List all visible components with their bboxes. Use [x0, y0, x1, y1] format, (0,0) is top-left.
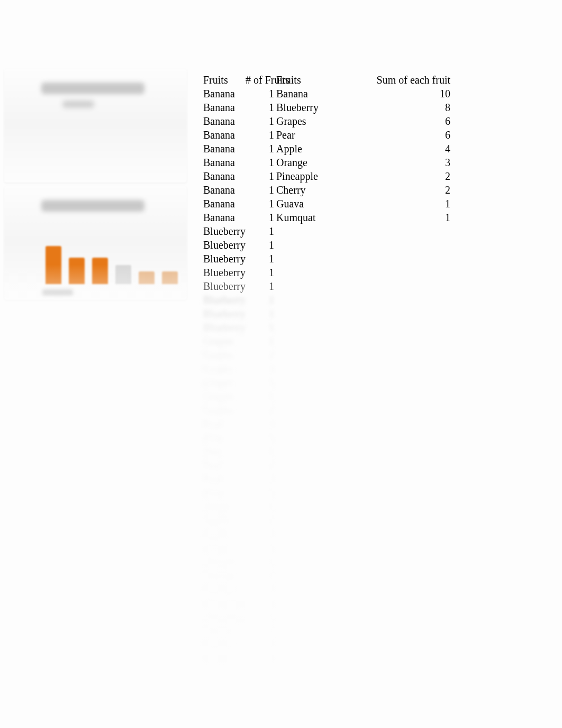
table-row-count: 1: [246, 211, 276, 224]
table-row-fruit: Blueberry: [203, 252, 246, 266]
table-row-count: 1: [246, 499, 276, 513]
table-row-count: 1: [246, 486, 276, 499]
table-row-fruit: Grapes: [203, 334, 246, 348]
table-row-count: 1: [246, 472, 276, 486]
table-row-fruit: Cherry: [203, 623, 246, 637]
table-row-count: 1: [246, 114, 276, 128]
summary-row-fruit: Grapes: [276, 114, 345, 128]
table-row-fruit: Grapes: [203, 348, 246, 362]
table-row-fruit: Banana: [203, 156, 246, 169]
table-row-fruit: Orange: [203, 554, 246, 568]
table-row-fruit: Apple: [203, 513, 246, 527]
table-row-fruit: Grapes: [203, 362, 246, 376]
table-row-count: 1: [246, 582, 276, 596]
summary-row-sum: 2: [345, 183, 454, 197]
table-row-fruit: Pear: [203, 444, 246, 458]
table-row-count: 1: [246, 197, 276, 211]
table-row-count: 1: [246, 142, 276, 156]
table-row-fruit: Blueberry: [203, 224, 246, 238]
table-row-fruit: Grapes: [203, 403, 246, 417]
table-row-fruit: Banana: [203, 142, 246, 156]
table-row-count: 1: [246, 389, 276, 403]
table-row-count: 1: [246, 417, 276, 431]
table-row-fruit: Banana: [203, 183, 246, 197]
table-row-count: 1: [246, 623, 276, 637]
summary-row-fruit: Kumquat: [276, 211, 345, 224]
table-row-count: 1: [246, 128, 276, 142]
summary-row-fruit: Cherry: [276, 183, 345, 197]
table-row-count: 1: [246, 637, 276, 651]
header-sum: Sum of each fruit: [345, 73, 454, 87]
table-row-count: 1: [246, 169, 276, 183]
table-row-fruit: Blueberry: [203, 238, 246, 252]
table-row-fruit: Banana: [203, 87, 246, 101]
header-count: # of Fruits: [246, 73, 276, 87]
summary-row-sum: 1: [345, 197, 454, 211]
summary-row-fruit: Pineapple: [276, 169, 345, 183]
table-row-fruit: Banana: [203, 114, 246, 128]
table-row-fruit: Blueberry: [203, 293, 246, 307]
summary-row-sum: 6: [345, 128, 454, 142]
summary-row-fruit: Pear: [276, 128, 345, 142]
table-row-count: 1: [246, 609, 276, 623]
table-row-fruit: Banana: [203, 197, 246, 211]
table-row-count: 1: [246, 307, 276, 321]
summary-row-fruit: Banana: [276, 87, 345, 101]
table-row-count: 1: [246, 651, 276, 665]
table-row-fruit: Apple: [203, 499, 246, 513]
table-row-fruit: Blueberry: [203, 321, 246, 334]
table-row-count: 1: [246, 87, 276, 101]
table-row-fruit: Guava: [203, 651, 246, 665]
table-row-count: 1: [246, 183, 276, 197]
table-row-count: 1: [246, 101, 276, 114]
summary-row-fruit: Apple: [276, 142, 345, 156]
bar-chart-icon: [46, 246, 178, 284]
summary-row-sum: 1: [345, 211, 454, 224]
table-row-fruit: Apple: [203, 527, 246, 541]
summary-row-fruit: Orange: [276, 156, 345, 169]
table-row-fruit: Banana: [203, 211, 246, 224]
table-row-count: 1: [246, 279, 276, 293]
table-row-count: 1: [246, 431, 276, 444]
table-row-fruit: Pear: [203, 458, 246, 472]
table-row-count: 1: [246, 554, 276, 568]
table-row-fruit: Banana: [203, 128, 246, 142]
column-summary-sum: Sum of each fruit 10866432211: [345, 73, 454, 665]
table-row-count: 1: [246, 362, 276, 376]
data-table: Fruits BananaBananaBananaBananaBananaBan…: [203, 73, 457, 665]
column-summary-fruit: Fruits BananaBlueberryGrapesPearAppleOra…: [276, 73, 345, 665]
table-row-fruit: Banana: [203, 169, 246, 183]
preview-thumbnail-2: [4, 186, 187, 300]
summary-row-sum: 4: [345, 142, 454, 156]
table-row-count: 1: [246, 568, 276, 582]
table-row-fruit: Pear: [203, 486, 246, 499]
summary-row-sum: 10: [345, 87, 454, 101]
header-summary-fruit: Fruits: [276, 73, 345, 87]
table-row-count: 1: [246, 348, 276, 362]
column-count: # of Fruits 1111111111111111111111111111…: [246, 73, 276, 665]
table-row-count: 1: [246, 293, 276, 307]
summary-row-sum: 3: [345, 156, 454, 169]
table-row-count: 1: [246, 596, 276, 609]
table-row-fruit: Grapes: [203, 389, 246, 403]
header-fruits: Fruits: [203, 73, 246, 87]
table-row-fruit: Apple: [203, 541, 246, 554]
table-row-count: 1: [246, 321, 276, 334]
table-row-count: 1: [246, 541, 276, 554]
table-row-count: 1: [246, 224, 276, 238]
table-row-count: 1: [246, 444, 276, 458]
summary-row-sum: 6: [345, 114, 454, 128]
table-row-fruit: Blueberry: [203, 307, 246, 321]
summary-row-sum: 8: [345, 101, 454, 114]
table-row-count: 1: [246, 334, 276, 348]
table-row-count: 1: [246, 252, 276, 266]
table-row-count: 1: [246, 513, 276, 527]
table-row-fruit: Blueberry: [203, 266, 246, 279]
table-row-fruit: Banana: [203, 101, 246, 114]
table-row-fruit: Pear: [203, 472, 246, 486]
column-fruits: Fruits BananaBananaBananaBananaBananaBan…: [203, 73, 246, 665]
summary-row-fruit: Guava: [276, 197, 345, 211]
summary-row-fruit: Blueberry: [276, 101, 345, 114]
table-row-fruit: Grapes: [203, 376, 246, 389]
table-row-fruit: Cherry: [203, 637, 246, 651]
